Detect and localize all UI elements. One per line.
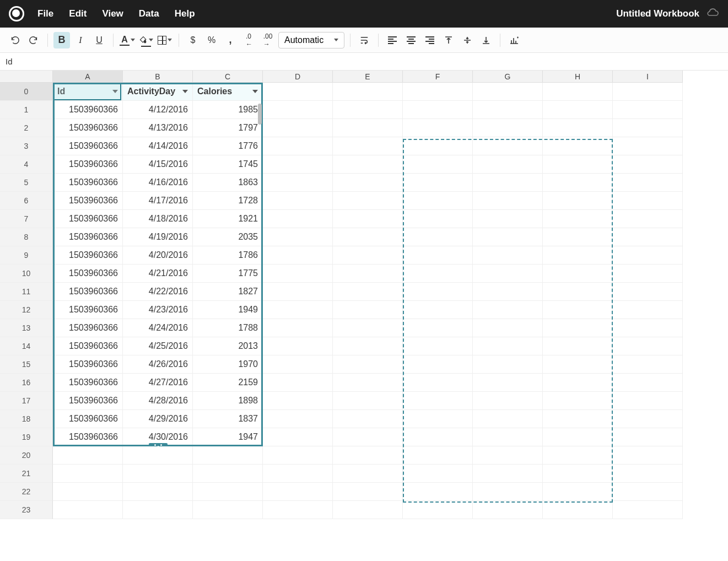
cloud-sync-icon[interactable] [706,8,719,20]
cell[interactable] [333,410,403,428]
cell[interactable] [403,446,473,465]
cell[interactable]: 4/19/2016 [123,228,193,246]
cell[interactable] [403,374,473,392]
cell[interactable] [263,192,333,210]
cell[interactable]: 1503960366 [53,210,123,228]
cell[interactable]: 1503960366 [53,337,123,355]
cell[interactable]: 2035 [193,228,263,246]
cell[interactable]: 4/30/2016 [123,428,193,446]
bold-button[interactable]: B [53,32,70,48]
menu-file[interactable]: File [37,8,53,19]
cell[interactable] [403,228,473,246]
comma-button[interactable]: , [222,32,239,48]
borders-button[interactable] [157,32,173,48]
cell[interactable]: ActivityDay [123,83,193,101]
row-header[interactable]: 9 [0,246,53,265]
cell[interactable]: 1503960366 [53,283,123,301]
cell[interactable] [403,319,473,337]
cell[interactable] [193,501,263,519]
cell[interactable] [613,137,683,155]
cell[interactable] [543,301,613,319]
cell[interactable]: 4/16/2016 [123,174,193,192]
cell[interactable]: 4/29/2016 [123,410,193,428]
cell[interactable] [333,301,403,319]
valign-middle-button[interactable] [459,32,476,48]
cell[interactable] [53,483,123,501]
row-header[interactable]: 18 [0,410,53,428]
cell[interactable]: 1503960366 [53,301,123,319]
cell[interactable]: 1503960366 [53,174,123,192]
cell[interactable]: 1921 [193,210,263,228]
cell[interactable]: 2159 [193,374,263,392]
cell[interactable] [613,428,683,446]
number-format-select[interactable]: Automatic [278,32,344,48]
cell[interactable] [333,374,403,392]
cell[interactable] [613,483,683,501]
cell[interactable] [613,283,683,301]
align-right-button[interactable] [422,32,438,48]
cell[interactable] [263,228,333,246]
cell[interactable] [473,446,543,465]
cell[interactable] [403,192,473,210]
cell[interactable]: 4/27/2016 [123,374,193,392]
cell[interactable] [613,392,683,410]
cell[interactable] [263,374,333,392]
cell[interactable]: 1503960366 [53,246,123,265]
cell[interactable] [403,83,473,101]
cell[interactable] [263,155,333,174]
cell[interactable] [613,210,683,228]
cell[interactable] [333,265,403,283]
cell[interactable] [543,119,613,137]
cell[interactable] [193,483,263,501]
cell[interactable] [613,174,683,192]
cell[interactable] [403,210,473,228]
cell[interactable]: 4/15/2016 [123,155,193,174]
cell[interactable] [333,155,403,174]
cell[interactable] [123,501,193,519]
cell[interactable] [473,355,543,374]
valign-top-button[interactable] [440,32,457,48]
cell[interactable] [473,210,543,228]
cell[interactable]: 1786 [193,246,263,265]
cell[interactable] [473,246,543,265]
cell[interactable]: 1949 [193,301,263,319]
cell[interactable] [263,337,333,355]
cell[interactable]: 1503960366 [53,319,123,337]
cell[interactable] [543,137,613,155]
cell[interactable] [543,83,613,101]
cell[interactable]: 4/26/2016 [123,355,193,374]
cell[interactable]: 1745 [193,155,263,174]
cell[interactable]: 4/14/2016 [123,137,193,155]
cell[interactable] [613,119,683,137]
cell[interactable] [473,155,543,174]
row-header[interactable]: 1 [0,101,53,119]
cell[interactable] [473,374,543,392]
cell[interactable] [333,465,403,483]
cell[interactable]: 1985 [193,101,263,119]
cell[interactable] [403,392,473,410]
cell[interactable] [543,246,613,265]
col-header-f[interactable]: F [403,71,473,83]
cell[interactable] [263,410,333,428]
row-header[interactable]: 15 [0,355,53,374]
cell[interactable]: 1775 [193,265,263,283]
cell[interactable]: 1503960366 [53,119,123,137]
cell[interactable]: 1503960366 [53,428,123,446]
filter-dropdown-icon[interactable] [112,90,118,93]
cell[interactable] [473,428,543,446]
cell[interactable] [543,283,613,301]
row-header[interactable]: 2 [0,119,53,137]
cell[interactable]: 1503960366 [53,265,123,283]
cell[interactable] [263,83,333,101]
cell[interactable] [613,501,683,519]
cell[interactable] [613,246,683,265]
cell[interactable] [333,319,403,337]
row-header[interactable]: 13 [0,319,53,337]
cell[interactable] [543,101,613,119]
cell[interactable] [333,174,403,192]
cell[interactable] [333,446,403,465]
cell[interactable] [543,446,613,465]
row-header[interactable]: 17 [0,392,53,410]
row-header[interactable]: 23 [0,501,53,519]
cell[interactable]: Id [53,83,123,101]
